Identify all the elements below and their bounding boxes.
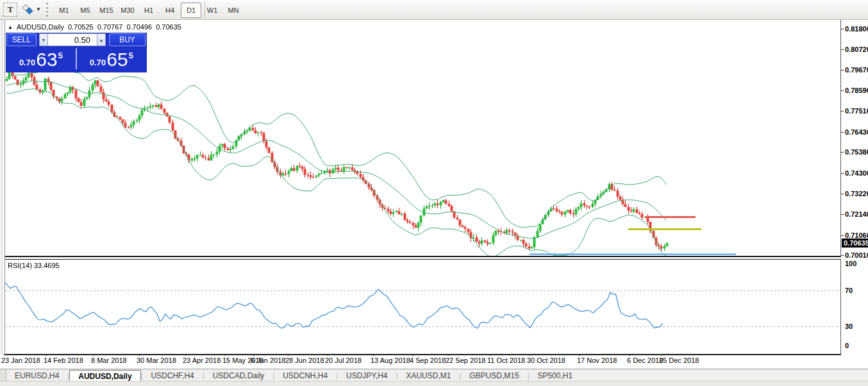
text-tool-button[interactable]: T <box>3 3 17 17</box>
price-tick <box>841 173 844 174</box>
price-tick-label: 0.75380 <box>845 148 868 156</box>
price-tick <box>841 235 844 236</box>
sell-price-big-digits: 63 <box>36 50 57 69</box>
date-axis[interactable]: 23 Jan 201814 Feb 20188 Mar 201830 Mar 2… <box>0 355 868 367</box>
volume-increase-button[interactable]: ▲ <box>97 33 106 46</box>
timeframe-button-m1[interactable]: M1 <box>54 3 74 18</box>
chevron-down-icon[interactable]: ▼ <box>36 6 41 12</box>
toolbar-separator <box>204 1 205 18</box>
sell-button[interactable]: SELL <box>6 33 37 46</box>
volume-decrease-button[interactable]: ▼ <box>39 33 48 46</box>
date-tick-label: 6 Jun 2018 <box>251 357 285 364</box>
price-tick <box>841 111 844 112</box>
chart-tab-xauusd-m1[interactable]: XAUUSD,M1 <box>397 369 459 382</box>
sell-price-pip: 5 <box>58 51 63 60</box>
chart-tab-usdchf-h4[interactable]: USDCHF,H4 <box>142 369 202 382</box>
timeframe-button-mn[interactable]: MN <box>223 3 244 18</box>
chart-symbol-label: AUDUSD,Daily <box>17 23 64 31</box>
price-tick-label: 0.73220 <box>845 190 868 197</box>
date-tick <box>328 354 328 356</box>
date-tick <box>185 354 186 356</box>
price-tick <box>841 49 844 50</box>
date-tick <box>490 354 490 356</box>
date-tick-label: 25 Dec 2018 <box>659 357 699 364</box>
toolbar-grip <box>46 3 48 17</box>
trade-panel-controls: SELL ▼ ▲ BUY <box>6 33 146 46</box>
timeframe-button-m30[interactable]: M30 <box>117 3 138 18</box>
timeframe-button-h1[interactable]: H1 <box>138 3 159 18</box>
chart-tab-audusd-daily[interactable]: AUDUSD,Daily <box>69 370 140 382</box>
trade-panel-prices: 0.70 63 5 0.70 65 5 <box>6 47 146 71</box>
date-tick <box>373 354 374 356</box>
date-tick <box>288 354 288 356</box>
rsi-indicator-label: RSI(14) 33.4695 <box>8 262 60 269</box>
date-tick-label: 14 Feb 2018 <box>44 357 83 364</box>
date-tick-label: 11 Oct 2018 <box>487 357 525 364</box>
chart-tab-eurusd-h4[interactable]: EURUSD,H4 <box>6 369 67 382</box>
date-tick <box>4 354 4 356</box>
chart-tab-bar: EURUSD,H4|AUDUSD,Daily|USDCHF,H4|USDCAD,… <box>0 369 868 382</box>
rsi-scale-label: 0 <box>845 342 849 349</box>
sell-price-display[interactable]: 0.70 63 5 <box>6 47 76 71</box>
rsi-chart-canvas <box>5 260 840 354</box>
chart-tab-gbpusd-m15[interactable]: GBPUSD,M15 <box>461 369 527 382</box>
tab-scroll-notch[interactable] <box>0 369 6 382</box>
chart-tab-sp500-h1[interactable]: SP500,H1 <box>530 369 581 382</box>
buy-button[interactable]: BUY <box>109 33 146 46</box>
arrows-tool-button[interactable]: ▼ <box>22 4 41 15</box>
date-tick <box>139 354 140 356</box>
timeframe-bar: M1M5M15M30H1H4D1W1MN <box>54 3 244 18</box>
date-tick-label: 13 Aug 2018 <box>371 357 410 364</box>
date-tick-label: 30 Oct 2018 <box>527 357 565 364</box>
price-tick-label: 0.74300 <box>845 169 868 177</box>
collapse-triangle-icon[interactable]: ▲ <box>8 24 13 30</box>
date-tick-label: 20 Jul 2018 <box>325 357 362 364</box>
price-tick-label: 0.81800 <box>845 25 868 33</box>
date-tick-label: 30 Mar 2018 <box>137 357 176 364</box>
ohlc-close: 0.70635 <box>156 23 181 31</box>
rsi-scale-label: 30 <box>845 323 853 330</box>
date-tick <box>530 354 530 356</box>
price-tick-label: 0.70010 <box>845 251 868 259</box>
buy-price-big-digits: 65 <box>106 50 128 69</box>
date-tick <box>253 354 254 356</box>
rsi-scale-label: 70 <box>845 287 853 294</box>
price-tick <box>841 194 844 194</box>
date-tick <box>412 354 413 356</box>
timeframe-button-h4[interactable]: H4 <box>160 3 180 18</box>
date-tick-label: 28 Jun 2018 <box>285 357 324 364</box>
volume-input[interactable] <box>48 33 97 46</box>
chart-tab-usdcad-daily[interactable]: USDCAD,Daily <box>204 369 273 382</box>
sell-price-prefix: 0.70 <box>19 58 35 67</box>
date-tick-label: 6 Dec 2018 <box>627 357 663 364</box>
date-tick <box>94 354 94 356</box>
ohlc-open: 0.70525 <box>68 23 94 31</box>
price-tick-label: 0.79670 <box>845 66 868 74</box>
price-tick <box>841 70 844 71</box>
date-tick <box>448 354 449 356</box>
date-tick <box>630 354 630 356</box>
rsi-indicator-pane <box>5 259 841 355</box>
date-tick-label: 8 Mar 2018 <box>91 357 127 364</box>
price-axis[interactable]: 0.818000.807200.796700.785900.775100.764… <box>841 20 868 355</box>
date-tick <box>46 354 47 356</box>
date-tick-label: 23 Jan 2018 <box>1 357 40 364</box>
date-tick-label: 17 Nov 2018 <box>577 357 617 364</box>
buy-price-display[interactable]: 0.70 65 5 <box>77 47 146 71</box>
price-tick <box>841 152 844 153</box>
buy-price-pip: 5 <box>129 51 133 60</box>
price-tick-label: 0.77510 <box>845 107 868 115</box>
current-price-tag: 0.70635 <box>842 239 868 248</box>
rsi-scale-label: 100 <box>845 260 856 267</box>
price-tick-label: 0.78590 <box>845 87 868 94</box>
date-tick <box>662 354 662 356</box>
date-tick <box>580 354 580 356</box>
chart-tab-usdcnh-h4[interactable]: USDCNH,H4 <box>274 369 336 382</box>
timeframe-button-m15[interactable]: M15 <box>96 3 117 18</box>
timeframe-button-m5[interactable]: M5 <box>75 3 96 18</box>
price-tick-label: 0.76430 <box>845 128 868 136</box>
chart-tab-usdjpy-h4[interactable]: USDJPY,H4 <box>338 369 396 382</box>
timeframe-button-d1[interactable]: D1 <box>181 3 201 18</box>
one-click-trading-panel: SELL ▼ ▲ BUY 0.70 63 5 0.70 65 5 <box>6 33 146 72</box>
date-tick-label: 4 Sep 2018 <box>410 357 446 364</box>
